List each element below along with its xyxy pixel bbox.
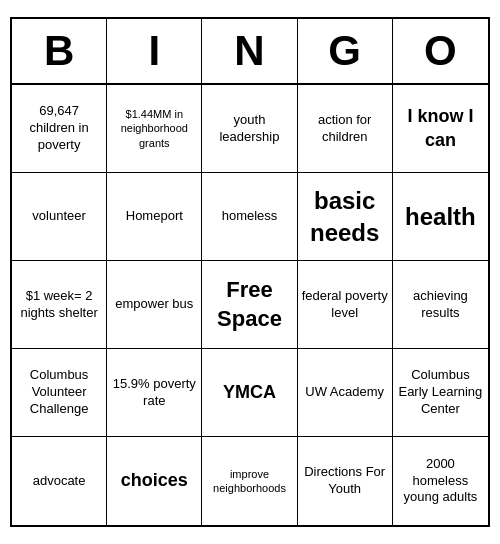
bingo-cell-1: $1.44MM in neighborhood grants xyxy=(107,85,202,173)
bingo-cell-9: health xyxy=(393,173,488,261)
header-letter-b: B xyxy=(12,19,107,83)
bingo-cell-11: empower bus xyxy=(107,261,202,349)
bingo-cell-12: Free Space xyxy=(202,261,297,349)
bingo-cell-23: Directions For Youth xyxy=(298,437,393,525)
bingo-cell-2: youth leadership xyxy=(202,85,297,173)
bingo-cell-4: I know I can xyxy=(393,85,488,173)
bingo-cell-8: basic needs xyxy=(298,173,393,261)
bingo-cell-21: choices xyxy=(107,437,202,525)
bingo-header: BINGO xyxy=(12,19,488,85)
bingo-cell-14: achieving results xyxy=(393,261,488,349)
bingo-grid: 69,647 children in poverty$1.44MM in nei… xyxy=(12,85,488,525)
bingo-card: BINGO 69,647 children in poverty$1.44MM … xyxy=(10,17,490,527)
bingo-cell-7: homeless xyxy=(202,173,297,261)
bingo-cell-0: 69,647 children in poverty xyxy=(12,85,107,173)
bingo-cell-16: 15.9% poverty rate xyxy=(107,349,202,437)
bingo-cell-24: 2000 homeless young adults xyxy=(393,437,488,525)
bingo-cell-13: federal poverty level xyxy=(298,261,393,349)
bingo-cell-5: volunteer xyxy=(12,173,107,261)
bingo-cell-20: advocate xyxy=(12,437,107,525)
bingo-cell-19: Columbus Early Learning Center xyxy=(393,349,488,437)
bingo-cell-18: UW Academy xyxy=(298,349,393,437)
bingo-cell-17: YMCA xyxy=(202,349,297,437)
header-letter-g: G xyxy=(298,19,393,83)
bingo-cell-15: Columbus Volunteer Challenge xyxy=(12,349,107,437)
header-letter-i: I xyxy=(107,19,202,83)
header-letter-n: N xyxy=(202,19,297,83)
bingo-cell-10: $1 week= 2 nights shelter xyxy=(12,261,107,349)
bingo-cell-22: improve neighborhoods xyxy=(202,437,297,525)
bingo-cell-3: action for children xyxy=(298,85,393,173)
bingo-cell-6: Homeport xyxy=(107,173,202,261)
header-letter-o: O xyxy=(393,19,488,83)
